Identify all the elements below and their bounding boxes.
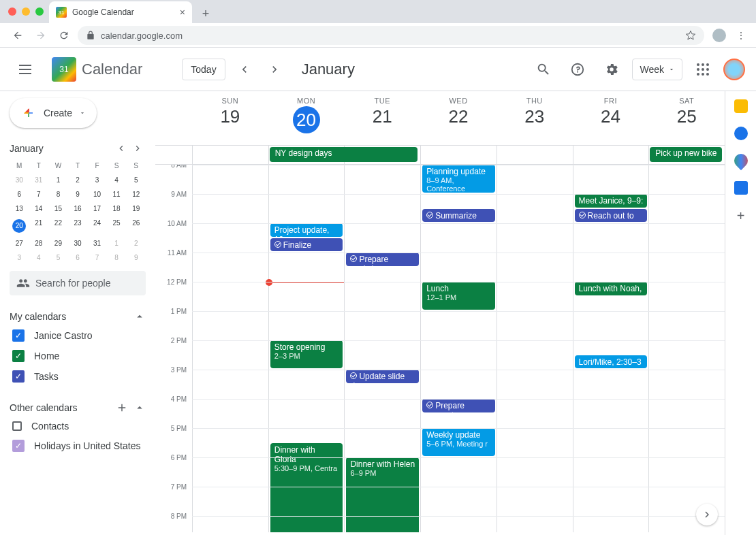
mini-day-cell[interactable]: 9 xyxy=(126,254,146,261)
mini-day-cell[interactable]: 27 xyxy=(10,240,29,247)
today-button[interactable]: Today xyxy=(182,59,225,80)
day-column[interactable] xyxy=(497,165,573,532)
mini-prev-button[interactable] xyxy=(113,140,129,157)
new-tab-button[interactable]: + xyxy=(196,4,215,23)
allday-cell[interactable] xyxy=(192,146,268,164)
settings-button[interactable] xyxy=(598,56,625,83)
mini-day-cell[interactable]: 4 xyxy=(29,254,49,261)
calendar-event[interactable]: Weekly update5–6 PM, Meeting r xyxy=(422,428,495,456)
mini-day-cell[interactable]: 26 xyxy=(126,219,146,233)
scroll-forward-button[interactable] xyxy=(696,504,718,525)
allday-cell[interactable] xyxy=(420,146,497,164)
calendar-event[interactable]: Lunch12–1 PM xyxy=(422,282,495,310)
mini-day-cell[interactable]: 3 xyxy=(10,254,29,261)
calendar-event[interactable]: Prepare worksh xyxy=(346,253,419,266)
day-header[interactable]: MON20 xyxy=(268,91,345,145)
allday-cell[interactable] xyxy=(573,146,649,164)
calendar-event[interactable]: Planning update8–9 AM, Conference xyxy=(422,165,495,193)
minimize-window[interactable] xyxy=(22,7,30,16)
mini-day-cell[interactable]: 6 xyxy=(10,191,29,198)
calendar-event[interactable]: Finalize present xyxy=(270,238,343,252)
calendar-event[interactable]: Dinner with Gloria5:30–9 PM, Centra xyxy=(270,443,343,533)
forward-button[interactable] xyxy=(31,26,50,45)
account-avatar[interactable] xyxy=(723,59,745,80)
allday-event[interactable]: NY design days xyxy=(270,147,418,162)
day-header[interactable]: THU23 xyxy=(497,91,573,145)
calendar-item[interactable]: Contacts xyxy=(10,417,146,436)
allday-event[interactable]: Pick up new bike xyxy=(650,147,722,162)
calendar-checkbox[interactable]: ✓ xyxy=(12,350,25,362)
day-header[interactable]: FRI24 xyxy=(573,91,649,145)
mini-day-cell[interactable]: 12 xyxy=(126,191,146,198)
mini-day-cell[interactable]: 11 xyxy=(107,191,127,198)
calendar-checkbox[interactable]: ✓ xyxy=(12,370,25,383)
mini-day-cell[interactable]: 22 xyxy=(48,219,68,233)
calendar-event[interactable]: Update slide de xyxy=(346,370,419,383)
view-selector[interactable]: Week xyxy=(632,59,682,80)
close-window[interactable] xyxy=(8,7,16,16)
mini-day-cell[interactable]: 21 xyxy=(29,219,49,233)
mini-day-cell[interactable]: 9 xyxy=(68,191,88,198)
day-header[interactable]: TUE21 xyxy=(344,91,420,145)
mini-day-cell[interactable]: 2 xyxy=(68,176,88,184)
mini-day-cell[interactable]: 13 xyxy=(10,205,29,212)
mini-day-cell[interactable]: 31 xyxy=(87,240,107,247)
help-button[interactable] xyxy=(564,56,591,83)
day-column[interactable] xyxy=(192,165,268,532)
mini-day-cell[interactable]: 2 xyxy=(126,240,146,247)
calendar-item[interactable]: ✓Home xyxy=(10,346,146,366)
back-button[interactable] xyxy=(8,26,27,45)
mini-day-cell[interactable]: 7 xyxy=(29,191,49,198)
url-field[interactable]: calendar.google.com xyxy=(78,26,704,45)
calendar-item[interactable]: ✓Holidays in United States xyxy=(10,436,146,456)
calendar-checkbox[interactable]: ✓ xyxy=(12,329,25,342)
calendar-event[interactable]: Lunch with Noah, xyxy=(575,282,648,295)
mini-day-cell[interactable]: 4 xyxy=(107,176,127,184)
mini-next-button[interactable] xyxy=(129,140,146,157)
my-calendars-header[interactable]: My calendars xyxy=(10,308,146,325)
profile-avatar[interactable] xyxy=(712,29,726,42)
menu-button[interactable] xyxy=(11,53,44,86)
mini-day-cell[interactable]: 30 xyxy=(68,240,88,247)
browser-tab[interactable]: 31 Google Calendar × xyxy=(49,1,192,23)
mini-day-cell[interactable]: 5 xyxy=(48,254,68,261)
day-column[interactable]: Prepare workshUpdate slide deDinner with… xyxy=(344,165,420,532)
search-button[interactable] xyxy=(530,56,557,83)
mini-day-cell[interactable]: 6 xyxy=(68,254,88,261)
mini-day-cell[interactable]: 3 xyxy=(87,176,107,184)
bookmark-icon[interactable] xyxy=(685,30,696,41)
mini-day-cell[interactable]: 1 xyxy=(48,176,68,184)
calendar-item[interactable]: ✓Janice Castro xyxy=(10,325,146,346)
google-apps-button[interactable] xyxy=(689,56,716,83)
mini-day-cell[interactable]: 8 xyxy=(48,191,68,198)
next-week-button[interactable] xyxy=(264,59,285,80)
search-people-input[interactable]: Search for people xyxy=(10,271,146,295)
day-header[interactable]: SAT25 xyxy=(648,91,725,145)
calendar-event[interactable]: Project update, 10 xyxy=(270,223,343,237)
mini-day-cell[interactable]: 10 xyxy=(87,191,107,198)
calendar-event[interactable]: Meet Janice, 9–9: xyxy=(575,194,648,208)
prev-week-button[interactable] xyxy=(234,59,255,80)
mini-day-cell[interactable]: 14 xyxy=(29,205,49,212)
calendar-event[interactable]: Lori/Mike, 2:30–3 xyxy=(575,355,648,369)
browser-menu[interactable]: ⋮ xyxy=(734,30,748,41)
create-button[interactable]: Create xyxy=(10,98,97,128)
time-grid[interactable]: 8 AM9 AM10 AM11 AM12 PM1 PM2 PM3 PM4 PM5… xyxy=(155,165,725,532)
mini-day-cell[interactable]: 23 xyxy=(68,219,88,233)
add-calendar-icon[interactable] xyxy=(116,402,128,414)
mini-day-cell[interactable]: 25 xyxy=(107,219,127,233)
calendar-event[interactable]: Prepare present xyxy=(422,399,495,412)
day-header[interactable]: WED22 xyxy=(420,91,497,145)
day-column[interactable]: Planning update8–9 AM, ConferenceSummari… xyxy=(420,165,497,532)
meet-icon[interactable] xyxy=(734,181,748,195)
day-header[interactable]: SUN19 xyxy=(192,91,268,145)
mini-day-cell[interactable]: 29 xyxy=(48,240,68,247)
calendar-event[interactable]: Dinner with Helen6–9 PM xyxy=(346,457,419,532)
addons-button[interactable]: + xyxy=(737,208,745,224)
keep-icon[interactable] xyxy=(734,99,748,113)
maps-icon[interactable] xyxy=(731,151,750,170)
mini-day-cell[interactable]: 20 xyxy=(12,219,26,233)
calendar-event[interactable]: Store opening2–3 PM xyxy=(270,340,343,368)
reload-button[interactable] xyxy=(54,26,74,45)
mini-day-cell[interactable]: 1 xyxy=(107,240,127,247)
